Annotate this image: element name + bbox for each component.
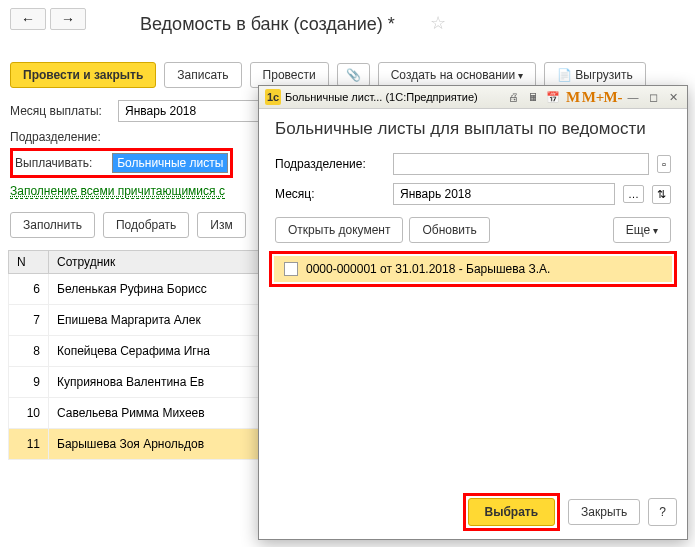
attach-icon[interactable]: 📎 (337, 63, 370, 87)
table-cell[interactable]: Куприянова Валентина Ев (49, 367, 268, 398)
month-spinner-icon[interactable]: ⇅ (652, 185, 671, 204)
col-employee[interactable]: Сотрудник (49, 251, 268, 274)
dialog-month-input[interactable] (393, 183, 615, 205)
month-ellipsis-icon[interactable]: … (623, 185, 644, 203)
dialog-dept-label: Подразделение: (275, 157, 385, 171)
favorite-icon[interactable]: ☆ (430, 12, 446, 34)
submit-close-button[interactable]: Провести и закрыть (10, 62, 156, 88)
table-cell[interactable]: 11 (9, 429, 49, 460)
fill-button[interactable]: Заполнить (10, 212, 95, 238)
m-button[interactable]: M (565, 89, 581, 105)
pay-label: Выплачивать: (15, 156, 92, 170)
table-cell[interactable]: 9 (9, 367, 49, 398)
table-cell[interactable]: Савельева Римма Михеев (49, 398, 268, 429)
table-cell[interactable]: Епишева Маргарита Алек (49, 305, 268, 336)
table-cell[interactable]: Беленькая Руфина Борисс (49, 274, 268, 305)
export-label: Выгрузить (575, 68, 633, 82)
edit-button[interactable]: Изм (197, 212, 245, 238)
table-cell[interactable]: 7 (9, 305, 49, 336)
open-doc-button[interactable]: Открыть документ (275, 217, 403, 243)
dialog-title: Больничные лист... (1С:Предприятие) (285, 91, 501, 103)
page-title: Ведомость в банк (создание) * (140, 14, 395, 35)
sick-leave-dialog: 1c Больничные лист... (1С:Предприятие) 🖨… (258, 85, 688, 540)
more-button[interactable]: Еще (613, 217, 671, 243)
select-button[interactable]: Выбрать (468, 498, 556, 526)
m-plus-button[interactable]: M+ (585, 89, 601, 105)
close-button[interactable]: Закрыть (568, 499, 640, 525)
checkbox[interactable] (284, 262, 298, 276)
pay-value[interactable]: Больничные листы (112, 153, 228, 173)
dialog-month-label: Месяц: (275, 187, 385, 201)
col-n[interactable]: N (9, 251, 49, 274)
employees-table: N Сотрудник 6Беленькая Руфина Борисс 7Еп… (8, 250, 268, 460)
pick-button[interactable]: Подобрать (103, 212, 189, 238)
fill-all-link[interactable]: Заполнение всеми причитающимися с (10, 184, 225, 199)
refresh-button[interactable]: Обновить (409, 217, 489, 243)
help-button[interactable]: ? (648, 498, 677, 526)
calendar-icon[interactable]: 📅 (545, 89, 561, 105)
print-icon[interactable]: 🖨 (505, 89, 521, 105)
dialog-dept-input[interactable] (393, 153, 649, 175)
table-cell[interactable]: Копейцева Серафима Игна (49, 336, 268, 367)
dept-label: Подразделение: (10, 130, 110, 144)
app-icon: 1c (265, 89, 281, 105)
select-highlight: Выбрать (463, 493, 561, 531)
table-cell[interactable]: 10 (9, 398, 49, 429)
m-minus-button[interactable]: M- (605, 89, 621, 105)
back-button[interactable]: ← (10, 8, 46, 30)
table-cell[interactable]: Барышева Зоя Арнольдов (49, 429, 268, 460)
dialog-heading: Больничные листы для выплаты по ведомост… (259, 109, 687, 149)
forward-button[interactable]: → (50, 8, 86, 30)
table-cell[interactable]: 8 (9, 336, 49, 367)
document-list-highlight: 0000-000001 от 31.01.2018 - Барышева З.А… (269, 251, 677, 287)
dialog-titlebar[interactable]: 1c Больничные лист... (1С:Предприятие) 🖨… (259, 86, 687, 109)
table-cell[interactable]: 6 (9, 274, 49, 305)
month-label: Месяц выплаты: (10, 104, 110, 118)
close-icon[interactable]: ✕ (665, 89, 681, 105)
payment-type-highlight: Выплачивать: Больничные листы (10, 148, 233, 178)
dept-picker-icon[interactable]: ▫ (657, 155, 671, 173)
list-item[interactable]: 0000-000001 от 31.01.2018 - Барышева З.А… (274, 256, 672, 282)
list-item-label: 0000-000001 от 31.01.2018 - Барышева З.А… (306, 262, 550, 276)
maximize-icon[interactable]: ◻ (645, 89, 661, 105)
calc-icon[interactable]: 🖩 (525, 89, 541, 105)
save-button[interactable]: Записать (164, 62, 241, 88)
minimize-icon[interactable]: — (625, 89, 641, 105)
